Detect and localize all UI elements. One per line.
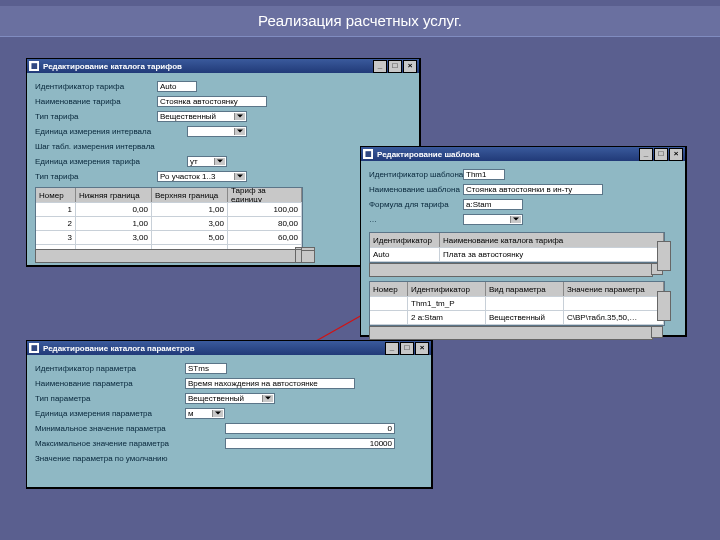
label-formula: Формула для тарифа xyxy=(369,200,463,209)
scrollbar-v[interactable] xyxy=(657,241,671,271)
col-val: Значение параметра xyxy=(564,282,664,296)
col-id: Идентификатор xyxy=(408,282,486,296)
label-type: Тип тарифа xyxy=(35,112,157,121)
label-alg: Тип тарифа xyxy=(35,172,157,181)
grid-tariffs[interactable]: Идентификатор Наименование каталога тари… xyxy=(369,232,665,263)
field-min[interactable]: 0 xyxy=(225,423,395,434)
scrollbar-v[interactable] xyxy=(301,247,315,251)
label-type: Тип параметра xyxy=(35,394,185,403)
combo-ucost[interactable]: ут xyxy=(187,156,227,167)
minimize-button[interactable]: _ xyxy=(639,148,653,161)
app-icon: ▦ xyxy=(363,149,373,159)
field-id[interactable]: STms xyxy=(185,363,227,374)
table-row[interactable]: 21,003,0080,00 xyxy=(36,217,302,231)
table-row[interactable]: 33,005,0060,00 xyxy=(36,231,302,245)
window-param-catalog: ▦ Редактирование каталога параметров _ □… xyxy=(26,340,433,489)
label-def: Значение параметра по умолчанию xyxy=(35,454,225,463)
label-ustep: Шаг табл. измерения интервала xyxy=(35,142,187,151)
close-button[interactable]: × xyxy=(403,60,417,73)
minimize-button[interactable]: _ xyxy=(385,342,399,355)
field-formula[interactable]: a:Stam xyxy=(463,199,523,210)
close-button[interactable]: × xyxy=(669,148,683,161)
col-rate: Тариф за единицу xyxy=(228,188,302,202)
window-title: Редактирование каталога тарифов xyxy=(43,62,182,71)
field-id[interactable]: Auto xyxy=(157,81,197,92)
window-title: Редактирование шаблона xyxy=(377,150,479,159)
combo-alg[interactable]: Ро участок 1..3 xyxy=(157,171,247,182)
label-unit: Единица измерения параметра xyxy=(35,409,185,418)
slide-title: Реализация расчетных услуг. xyxy=(0,6,720,37)
label-id: Идентификатор шаблона xyxy=(369,170,463,179)
window-title: Редактирование каталога параметров xyxy=(43,344,195,353)
scrollbar-v[interactable] xyxy=(657,291,671,321)
titlebar[interactable]: ▦ Редактирование каталога тарифов _ □ × xyxy=(27,59,419,73)
titlebar[interactable]: ▦ Редактирование каталога параметров _ □… xyxy=(27,341,431,355)
scrollbar-h[interactable] xyxy=(369,263,653,277)
label-name: Наименование шаблона xyxy=(369,185,463,194)
col-high: Верхняя граница xyxy=(152,188,228,202)
field-name[interactable]: Время нахождения на автостоянке xyxy=(185,378,355,389)
label-ucost: Единица измерения тарифа xyxy=(35,157,187,166)
minimize-button[interactable]: _ xyxy=(373,60,387,73)
app-icon: ▦ xyxy=(29,61,39,71)
field-id[interactable]: Thm1 xyxy=(463,169,505,180)
app-icon: ▦ xyxy=(29,343,39,353)
maximize-button[interactable]: □ xyxy=(654,148,668,161)
col-low: Нижняя граница xyxy=(76,188,152,202)
maximize-button[interactable]: □ xyxy=(388,60,402,73)
label-name: Наименование тарифа xyxy=(35,97,157,106)
combo-unit[interactable]: м xyxy=(185,408,225,419)
label-max: Максимальное значение параметра xyxy=(35,439,225,448)
label-unit: … xyxy=(369,215,463,224)
field-name[interactable]: Стоянка автостоянки в ин-ту xyxy=(463,184,603,195)
scrollbar-h[interactable] xyxy=(369,326,653,340)
grid-params[interactable]: Номер Идентификатор Вид параметра Значен… xyxy=(369,281,665,326)
scroll-corner xyxy=(301,249,315,263)
col-name: Наименование каталога тарифа xyxy=(440,233,664,247)
combo-type[interactable]: Вещественный xyxy=(157,111,247,122)
combo-type[interactable]: Вещественный xyxy=(185,393,275,404)
combo-unit[interactable] xyxy=(463,214,523,225)
label-name: Наименование параметра xyxy=(35,379,185,388)
col-id: Идентификатор xyxy=(370,233,440,247)
scroll-corner xyxy=(651,326,663,338)
close-button[interactable]: × xyxy=(415,342,429,355)
combo-unit[interactable] xyxy=(187,126,247,137)
table-row[interactable]: Thm1_tm_P xyxy=(370,297,664,311)
table-row[interactable]: 2 a:StamВещественныйС\ВР\табл.35,50,… xyxy=(370,311,664,325)
label-id: Идентификатор тарифа xyxy=(35,82,157,91)
col-kind: Вид параметра xyxy=(486,282,564,296)
col-num: Номер xyxy=(36,188,76,202)
col-num: Номер xyxy=(370,282,408,296)
label-unit: Единица измерения интервала xyxy=(35,127,187,136)
scrollbar-h[interactable] xyxy=(35,249,303,263)
maximize-button[interactable]: □ xyxy=(400,342,414,355)
field-name[interactable]: Стоянка автостоянку xyxy=(157,96,267,107)
window-template-edit: ▦ Редактирование шаблона _ □ × Идентифик… xyxy=(360,146,687,337)
field-max[interactable]: 10000 xyxy=(225,438,395,449)
table-row[interactable]: 10,001,00100,00 xyxy=(36,203,302,217)
label-min: Минимальное значение параметра xyxy=(35,424,225,433)
label-id: Идентификатор параметра xyxy=(35,364,185,373)
titlebar[interactable]: ▦ Редактирование шаблона _ □ × xyxy=(361,147,685,161)
table-row[interactable]: AutoПлата за автостоянку xyxy=(370,248,664,262)
